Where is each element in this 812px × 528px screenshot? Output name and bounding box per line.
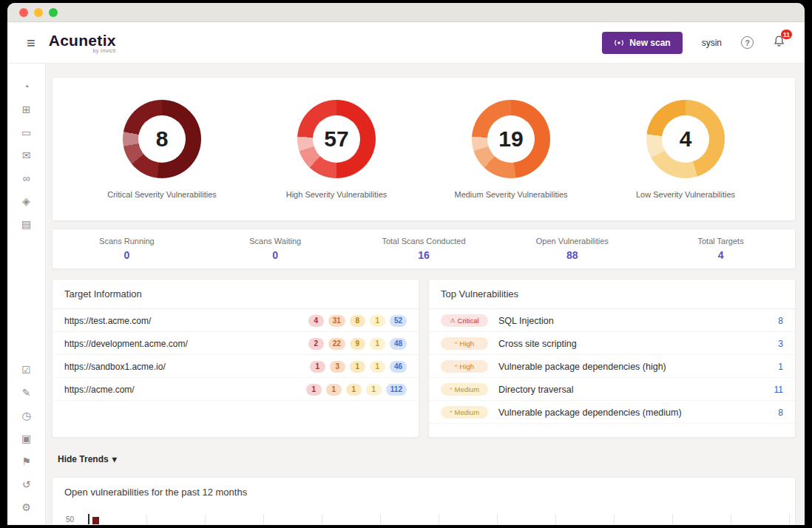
- discovery-icon[interactable]: ⊞: [18, 103, 35, 116]
- informational-count-badge[interactable]: 48: [390, 338, 407, 350]
- titlebar: [7, 3, 805, 22]
- target-row: https://acme.com/1111112: [53, 379, 419, 401]
- scan-profiles-icon[interactable]: ◈: [18, 194, 35, 208]
- vulnerability-count-link[interactable]: 11: [774, 385, 783, 395]
- donut-ring[interactable]: 4: [646, 100, 725, 178]
- donut-label: High Severity Vulnerabilities: [286, 190, 388, 199]
- severity-pill-label: Critical: [458, 317, 479, 325]
- severity-pill-label: High: [460, 362, 475, 370]
- labels-icon[interactable]: ⚑: [18, 455, 35, 468]
- vulnerability-row: ^HighVulnerable package dependencies (hi…: [429, 356, 795, 378]
- donut-value: 8: [138, 115, 186, 163]
- hide-trends-label: Hide Trends: [58, 454, 109, 464]
- critical-count-badge[interactable]: 1: [306, 384, 322, 396]
- acunetix-logo: Acunetix by Invicti: [49, 32, 116, 53]
- donut-label: Medium Severity Vulnerabilities: [454, 190, 567, 199]
- gridline: [322, 514, 322, 524]
- severity-pill-label: High: [460, 339, 475, 348]
- gridline: [789, 514, 790, 524]
- vulnerabilities-icon[interactable]: ∞: [18, 172, 35, 185]
- informational-count-badge[interactable]: 112: [386, 384, 407, 396]
- issue-trackers-icon[interactable]: ✎: [18, 386, 35, 399]
- severity-donut: 57High Severity Vulnerabilities: [249, 100, 424, 199]
- settings-icon[interactable]: ⚙: [18, 501, 35, 514]
- scans-icon[interactable]: ✉: [18, 149, 35, 162]
- low-count-badge[interactable]: 1: [370, 315, 385, 327]
- high-count-badge[interactable]: 22: [328, 338, 345, 350]
- vulnerability-name-link[interactable]: Vulnerable package dependencies (high): [498, 362, 666, 372]
- medium-count-badge[interactable]: 1: [350, 361, 365, 373]
- medium-count-badge[interactable]: 1: [346, 384, 362, 396]
- stat-item[interactable]: Total Scans Conducted16: [350, 237, 498, 261]
- gridline: [731, 514, 731, 524]
- low-count-badge[interactable]: 1: [366, 384, 382, 396]
- high-count-badge[interactable]: 1: [326, 384, 342, 396]
- high-count-badge[interactable]: 31: [328, 315, 345, 327]
- informational-count-badge[interactable]: 46: [390, 361, 407, 373]
- help-icon[interactable]: ?: [741, 36, 754, 49]
- high-count-badge[interactable]: 3: [330, 361, 345, 373]
- minimize-button[interactable]: [34, 8, 43, 17]
- dashboard-icon[interactable]: ◔: [18, 80, 35, 93]
- activity-icon[interactable]: ◷: [18, 409, 35, 422]
- zoom-button[interactable]: [49, 8, 58, 17]
- new-scan-button[interactable]: New scan: [602, 32, 682, 54]
- stat-item[interactable]: Scans Waiting0: [201, 237, 350, 261]
- stat-value: 88: [566, 249, 578, 261]
- vulnerability-count-link[interactable]: 3: [778, 339, 783, 349]
- reports-icon[interactable]: ▤: [18, 217, 35, 231]
- trends-chart: 50: [66, 510, 783, 524]
- target-url-link[interactable]: https://sandbox1.acme.io/: [64, 362, 166, 372]
- stat-item[interactable]: Open Vulnerabilities88: [498, 237, 646, 261]
- targets-icon[interactable]: ▭: [18, 126, 35, 139]
- low-count-badge[interactable]: 1: [370, 338, 385, 350]
- medium-count-badge[interactable]: 9: [350, 338, 365, 350]
- critical-count-badge[interactable]: 2: [308, 338, 324, 350]
- top-vulnerabilities-panel: Top Vulnerabilities ⚠CriticalSQL Injecti…: [428, 279, 796, 438]
- donut-label: Low Severity Vulnerabilities: [636, 190, 735, 199]
- informational-count-badge[interactable]: 52: [390, 315, 407, 327]
- low-count-badge[interactable]: 1: [370, 361, 385, 373]
- stat-item[interactable]: Total Targets4: [646, 237, 795, 261]
- y-axis-tick: 50: [66, 515, 74, 524]
- notifications-button[interactable]: 11: [773, 35, 785, 50]
- stat-item[interactable]: Scans Running0: [53, 237, 201, 261]
- severity-pill-high: ^High: [441, 337, 488, 350]
- gridline: [205, 514, 206, 524]
- donut-ring[interactable]: 57: [297, 100, 376, 178]
- vulnerability-count-link[interactable]: 1: [778, 362, 783, 372]
- vulnerability-rows: ⚠CriticalSQL Injection8^HighCross site s…: [429, 310, 795, 424]
- menu-icon[interactable]: ≡: [27, 35, 35, 50]
- donut-ring[interactable]: 8: [123, 100, 201, 178]
- vulnerability-name-link[interactable]: Vulnerable package dependencies (medium): [498, 407, 682, 418]
- vulnerability-name-link[interactable]: Directory traversal: [498, 385, 573, 395]
- critical-count-badge[interactable]: 1: [310, 361, 325, 373]
- severity-pill-critical: ⚠Critical: [441, 314, 488, 327]
- medium-count-badge[interactable]: 8: [350, 315, 365, 327]
- restore-icon[interactable]: ↺: [18, 478, 35, 491]
- donut-ring[interactable]: 19: [472, 100, 550, 178]
- brand-name: Acunetix: [49, 32, 116, 50]
- vulnerability-name-link[interactable]: SQL Injection: [498, 316, 554, 326]
- hide-trends-toggle[interactable]: Hide Trends ▾: [58, 454, 117, 464]
- gridline: [614, 514, 615, 524]
- target-url-link[interactable]: https://development.acme.com/: [64, 339, 188, 349]
- trend-bar[interactable]: [92, 517, 99, 524]
- target-url-link[interactable]: https://test.acme.com/: [64, 316, 151, 326]
- close-button[interactable]: [19, 8, 28, 17]
- gridline: [146, 514, 147, 524]
- target-row: https://test.acme.com/4318152: [53, 310, 419, 332]
- username[interactable]: sysin: [702, 38, 722, 48]
- target-url-link[interactable]: https://acme.com/: [64, 385, 135, 395]
- vulnerability-count-link[interactable]: 8: [778, 316, 783, 326]
- trends-chart-title: Open vulnerabilities for the past 12 mon…: [53, 478, 795, 507]
- vulnerability-row: ^MediumDirectory traversal11: [429, 379, 795, 401]
- vulnerability-name-link[interactable]: Cross site scripting: [498, 339, 577, 349]
- compliance-icon[interactable]: ☑: [18, 363, 35, 376]
- critical-count-badge[interactable]: 4: [308, 315, 324, 327]
- caret-down-icon: ▾: [112, 454, 117, 464]
- vulnerability-count-link[interactable]: 8: [778, 407, 783, 418]
- donut-value: 57: [313, 115, 360, 163]
- donut-value: 19: [487, 115, 535, 163]
- integrations-icon[interactable]: ▣: [18, 432, 35, 445]
